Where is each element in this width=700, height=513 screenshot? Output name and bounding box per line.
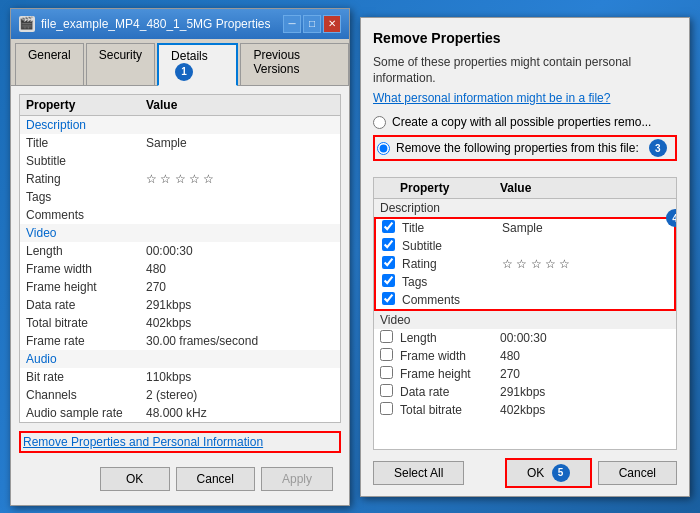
table-row: Rating ☆ ☆ ☆ ☆ ☆ — [20, 170, 340, 188]
select-all-button[interactable]: Select All — [373, 461, 464, 485]
radio-group: Create a copy with all possible properti… — [373, 115, 677, 161]
remove-cancel-button[interactable]: Cancel — [598, 461, 677, 485]
table-row: Tags — [20, 188, 340, 206]
table-row: Total bitrate 402kbps — [374, 401, 676, 419]
table-row: Frame width 480 — [20, 260, 340, 278]
rating-checkbox[interactable] — [382, 256, 395, 269]
personal-info-link[interactable]: What personal information might be in a … — [373, 91, 677, 105]
title-checkbox[interactable] — [382, 220, 395, 233]
radio-copy[interactable]: Create a copy with all possible properti… — [373, 115, 677, 129]
subtitle-checkbox[interactable] — [382, 238, 395, 251]
table-row: Length 00:00:30 — [20, 242, 340, 260]
minimize-button[interactable]: ─ — [283, 15, 301, 33]
col-property-header: Property — [26, 98, 146, 112]
table-row: Tags — [376, 273, 674, 291]
remove-dialog-footer: Select All OK 5 Cancel — [361, 450, 689, 496]
tab-badge: 1 — [175, 63, 193, 81]
totalbitrate-checkbox[interactable] — [380, 402, 393, 415]
titlebar-controls: ─ □ ✕ — [283, 15, 341, 33]
table-row: Title Sample — [20, 134, 340, 152]
close-button[interactable]: ✕ — [323, 15, 341, 33]
tab-details[interactable]: Details 1 — [157, 43, 238, 86]
radio-remove[interactable]: Remove the following properties from thi… — [373, 135, 677, 161]
table-row: Data rate 291kbps — [374, 383, 676, 401]
table-row: Bit rate 110kbps — [20, 368, 340, 386]
comments-checkbox[interactable] — [382, 292, 395, 305]
table-row: Comments — [376, 291, 674, 309]
table-row: Data rate 291kbps — [20, 296, 340, 314]
remove-dialog-description: Some of these properties might contain p… — [373, 54, 677, 88]
frameheight-checkbox[interactable] — [380, 366, 393, 379]
section-video: Video — [374, 311, 676, 329]
tab-bar: General Security Details 1 Previous Vers… — [11, 39, 349, 86]
ok-badge: 5 — [552, 464, 570, 482]
properties-table: Property Value Description Title Sample … — [19, 94, 341, 423]
length-checkbox[interactable] — [380, 330, 393, 343]
table-row: Audio sample rate 48.000 kHz — [20, 404, 340, 422]
file-icon: 🎬 — [19, 16, 35, 32]
radio-copy-input[interactable] — [373, 116, 386, 129]
tab-previous-versions[interactable]: Previous Versions — [240, 43, 349, 85]
table-row: Subtitle — [376, 237, 674, 255]
table-row: Frame width 480 — [374, 347, 676, 365]
titlebar: 🎬 file_example_MP4_480_1_5MG Properties … — [11, 9, 349, 39]
maximize-button[interactable]: □ — [303, 15, 321, 33]
table-header: Property Value — [20, 95, 340, 116]
col-value-header: Value — [146, 98, 334, 112]
radio-badge: 3 — [649, 139, 667, 157]
table-row: Frame rate 30.00 frames/second — [20, 332, 340, 350]
table-row: Total bitrate 402kbps — [20, 314, 340, 332]
datarate-checkbox[interactable] — [380, 384, 393, 397]
table-row: Frame height 270 — [20, 278, 340, 296]
remove-dialog-header: Remove Properties Some of these properti… — [361, 18, 689, 178]
table-row: Title Sample — [376, 219, 674, 237]
table-row: Subtitle — [20, 152, 340, 170]
dialog-footer: OK Cancel Apply — [19, 461, 341, 497]
dialog-body: Property Value Description Title Sample … — [11, 86, 349, 505]
section-description: Description — [20, 116, 340, 134]
titlebar-left: 🎬 file_example_MP4_480_1_5MG Properties — [19, 16, 270, 32]
section-description: Description — [374, 199, 676, 217]
table-row: Length 00:00:30 — [374, 329, 676, 347]
table-row: Rating ☆ ☆ ☆ ☆ ☆ — [376, 255, 674, 273]
ok-button[interactable]: OK — [100, 467, 170, 491]
col-value-header: Value — [500, 181, 670, 195]
tab-security[interactable]: Security — [86, 43, 155, 85]
remove-table-header: Property Value — [374, 178, 676, 199]
remove-ok-button[interactable]: OK 5 — [505, 458, 592, 488]
checkbox-area: 4 Title Sample Subtitle Rating ☆ ☆ ☆ ☆ ☆… — [374, 217, 676, 311]
cancel-button[interactable]: Cancel — [176, 467, 255, 491]
table-row: Comments — [20, 206, 340, 224]
remove-properties-link[interactable]: Remove Properties and Personal Informati… — [19, 431, 341, 453]
dialog-title: file_example_MP4_480_1_5MG Properties — [41, 17, 270, 31]
table-row: Frame height 270 — [374, 365, 676, 383]
section-audio: Audio — [20, 350, 340, 368]
radio-copy-label: Create a copy with all possible properti… — [392, 115, 651, 129]
file-properties-dialog: 🎬 file_example_MP4_480_1_5MG Properties … — [10, 8, 350, 506]
tab-general[interactable]: General — [15, 43, 84, 85]
remove-dialog-title: Remove Properties — [373, 30, 677, 46]
remove-properties-dialog: Remove Properties Some of these properti… — [360, 17, 690, 497]
section-video: Video — [20, 224, 340, 242]
radio-remove-input[interactable] — [377, 142, 390, 155]
col-property-header: Property — [400, 181, 500, 195]
table-row: Channels 2 (stereo) — [20, 386, 340, 404]
remove-properties-table-container: Property Value Description 4 Title Sampl… — [373, 177, 677, 449]
radio-remove-label: Remove the following properties from thi… — [396, 141, 639, 155]
framewidth-checkbox[interactable] — [380, 348, 393, 361]
apply-button[interactable]: Apply — [261, 467, 333, 491]
tags-checkbox[interactable] — [382, 274, 395, 287]
